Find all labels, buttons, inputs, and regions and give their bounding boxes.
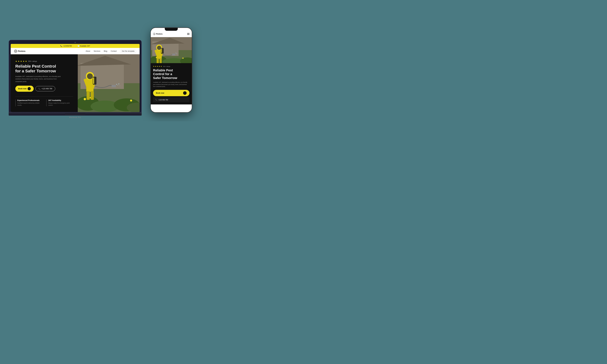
svg-point-41 bbox=[177, 53, 177, 54]
laptop-camera-bar bbox=[11, 42, 140, 43]
phone-title-line3: Safer Tomorrow bbox=[153, 76, 177, 80]
laptop-camera bbox=[75, 42, 76, 43]
svg-rect-21 bbox=[87, 91, 90, 100]
hero-title: Reliable Pest Control for a Safer Tomorr… bbox=[15, 64, 73, 74]
phone-nav: ◎ Pestora bbox=[151, 31, 192, 37]
phone-ratings-text: 500+ ratings bbox=[163, 66, 170, 67]
phone-outer: ◎ Pestora bbox=[150, 27, 192, 113]
nav-bar: ◎ Pestora About Services Blog Contact Ge… bbox=[11, 48, 140, 54]
logo-text: Pestora bbox=[18, 50, 25, 52]
phone-title: Reliable Pest Control for a Safer Tomorr… bbox=[153, 68, 189, 80]
svg-point-17 bbox=[116, 84, 117, 85]
nav-get-template[interactable]: Get the template bbox=[120, 49, 136, 53]
nav-blog[interactable]: Blog bbox=[104, 50, 107, 52]
phone-star-1: ★ bbox=[153, 65, 155, 67]
menu-line-3 bbox=[187, 35, 189, 35]
phone-title-line1: Reliable Pest bbox=[153, 68, 173, 72]
svg-point-20 bbox=[119, 86, 120, 86]
hero-subtitle: Available 24/7, dedicated to providing e… bbox=[15, 75, 62, 83]
availability-info: 🕐 Available 24/7 bbox=[78, 45, 90, 47]
ratings-text: 500+ ratings bbox=[28, 60, 37, 62]
feature1-desc: Certified experts delivering reliable re… bbox=[17, 102, 42, 106]
laptop-base bbox=[9, 112, 142, 116]
features-row: Experienced Professionals Certified expe… bbox=[15, 96, 73, 106]
call-number: +123 456 789 bbox=[41, 88, 52, 90]
phone-book-button[interactable]: Book now → bbox=[153, 90, 189, 96]
nav-services[interactable]: Services bbox=[94, 50, 100, 52]
svg-point-36 bbox=[157, 46, 161, 50]
hero-buttons: Book now → 📞 +123 456 789 bbox=[15, 86, 73, 92]
phone-logo: ◎ Pestora bbox=[153, 33, 162, 35]
laptop-screen-outer: 📞 +123456789 🕐 Available 24/7 ◎ Pestora bbox=[9, 40, 142, 112]
phone-number: +123456789 bbox=[63, 45, 72, 47]
clock-icon: 🕐 bbox=[78, 45, 79, 47]
phone-icon-btn: 📞 bbox=[39, 88, 41, 90]
phone-star-3: ★ bbox=[157, 65, 158, 67]
phone-call-number: +123 456 789 bbox=[158, 99, 168, 101]
svg-rect-43 bbox=[159, 58, 162, 63]
feature-professionals: Experienced Professionals Certified expe… bbox=[15, 99, 42, 106]
star-2: ★ bbox=[18, 60, 20, 62]
nav-links: About Services Blog Contact Get the temp… bbox=[86, 49, 136, 53]
svg-point-19 bbox=[118, 83, 119, 84]
menu-line-1 bbox=[187, 33, 189, 33]
star-1: ★ bbox=[15, 60, 17, 62]
svg-point-8 bbox=[84, 98, 86, 100]
svg-point-18 bbox=[118, 85, 118, 86]
phone-screen: ◎ Pestora bbox=[151, 28, 192, 112]
hero-title-line1: Reliable Pest Control bbox=[15, 64, 56, 68]
svg-rect-16 bbox=[112, 85, 116, 87]
hero-content: ★ ★ ★ ★ ★ 500+ ratings Reliable Pest Con… bbox=[11, 54, 78, 112]
phone-logo-icon: ◎ bbox=[153, 33, 155, 35]
phone-star-2: ★ bbox=[155, 65, 156, 67]
svg-rect-24 bbox=[93, 78, 94, 84]
svg-rect-39 bbox=[172, 53, 175, 55]
feature1-title: Experienced Professionals bbox=[17, 99, 42, 101]
phone-notch bbox=[165, 28, 178, 31]
phone-book-arrow: → bbox=[183, 91, 186, 95]
availability-text: Available 24/7 bbox=[80, 45, 90, 47]
book-now-arrow: → bbox=[28, 87, 31, 90]
nav-about[interactable]: About bbox=[86, 50, 90, 52]
laptop-trackpad bbox=[65, 113, 85, 115]
nav-contact[interactable]: Contact bbox=[111, 50, 117, 52]
phone-call-bar: 📞 +123 456 789 bbox=[153, 97, 189, 102]
svg-rect-22 bbox=[91, 91, 94, 100]
feature2-desc: Always ready for emergency pest control. bbox=[48, 102, 73, 106]
phone-subtitle: Available 24/7, dedicated to providing e… bbox=[153, 81, 189, 88]
phone-menu-icon[interactable] bbox=[187, 33, 189, 35]
star-4: ★ bbox=[23, 60, 25, 62]
phone-star-4: ★ bbox=[159, 65, 160, 67]
call-button[interactable]: 📞 +123 456 789 bbox=[35, 86, 55, 91]
scene: 📞 +123456789 🕐 Available 24/7 ◎ Pestora bbox=[1, 1, 201, 120]
logo-icon: ◎ bbox=[14, 50, 17, 52]
star-5: ★ bbox=[25, 60, 27, 62]
phone-hero-image bbox=[151, 37, 192, 63]
phone-icon: 📞 bbox=[60, 45, 62, 47]
menu-line-2 bbox=[187, 34, 189, 34]
book-now-label: Book now bbox=[18, 88, 26, 90]
svg-rect-42 bbox=[157, 58, 159, 63]
phone-call-icon: 📞 bbox=[155, 99, 157, 101]
hero-image bbox=[78, 54, 140, 112]
svg-point-33 bbox=[182, 58, 184, 59]
phone-device: ◎ Pestora bbox=[150, 27, 192, 113]
feature2-title: 24/7 Availability bbox=[48, 99, 73, 101]
nav-logo: ◎ Pestora bbox=[14, 50, 25, 52]
phone-stars-row: ★ ★ ★ ★ ★ 500+ ratings bbox=[153, 65, 189, 67]
top-bar: 📞 +123456789 🕐 Available 24/7 bbox=[11, 44, 140, 48]
star-3: ★ bbox=[20, 60, 22, 62]
svg-rect-45 bbox=[161, 49, 162, 53]
phone-logo-text: Pestora bbox=[156, 33, 162, 35]
phone-title-line2: Control for a bbox=[153, 72, 172, 76]
laptop-device: 📞 +123456789 🕐 Available 24/7 ◎ Pestora bbox=[9, 40, 142, 116]
hero-title-line2: for a Safer Tomorrow bbox=[15, 69, 56, 73]
phone-star-5: ★ bbox=[160, 65, 162, 67]
feature-availability: 24/7 Availability Always ready for emerg… bbox=[46, 99, 73, 106]
laptop-label: Macbook Pro bbox=[69, 117, 81, 118]
svg-point-40 bbox=[176, 53, 176, 53]
svg-point-10 bbox=[130, 100, 132, 102]
website: 📞 +123456789 🕐 Available 24/7 ◎ Pestora bbox=[11, 44, 140, 112]
laptop-screen: 📞 +123456789 🕐 Available 24/7 ◎ Pestora bbox=[11, 44, 140, 112]
book-now-button[interactable]: Book now → bbox=[15, 86, 34, 92]
